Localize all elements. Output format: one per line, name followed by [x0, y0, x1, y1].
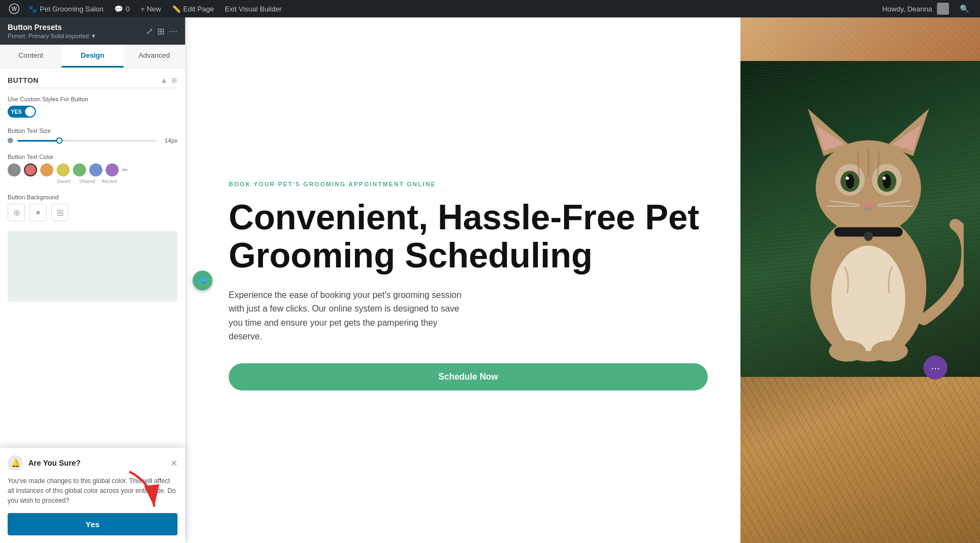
sidebar-panel: Button Presets Preset: Primary Solid imp…	[0, 17, 185, 543]
svg-point-17	[883, 176, 886, 180]
cat-image-main	[740, 61, 980, 377]
toggle-row: YES	[8, 106, 177, 118]
text-size-label: Button Text Size	[8, 127, 177, 134]
sidebar-header-icons: ⤢ ⊞ ⋯	[146, 26, 177, 36]
color-swatch-pink[interactable]	[24, 163, 37, 176]
text-size-field: Button Text Size 14px	[8, 127, 177, 144]
button-bg-field: Button Background ⊕ ● ⊞	[8, 194, 177, 221]
svg-point-25	[829, 340, 866, 362]
page-body-text: Experience the ease of booking your pet'…	[229, 288, 468, 344]
comments-link[interactable]: 💬 0	[109, 0, 135, 17]
three-dots-icon: ···	[931, 362, 940, 374]
tab-advanced[interactable]: Advanced	[124, 45, 185, 68]
bg-item-1: ⊕	[8, 204, 25, 221]
text-size-value: 14px	[161, 137, 177, 144]
pencil-icon: ✏️	[172, 5, 181, 13]
custom-styles-field: Use Custom Styles For Button YES	[8, 96, 177, 118]
builder-icon-symbol: 🐦	[197, 274, 209, 286]
svg-point-26	[871, 340, 908, 362]
edit-page-link[interactable]: ✏️ Edit Page	[167, 0, 219, 17]
button-bg-label: Button Background	[8, 194, 177, 200]
button-section-title: Button	[8, 76, 39, 84]
svg-point-15	[883, 174, 891, 188]
button-preview-box	[8, 231, 177, 302]
bg-option-1-btn[interactable]: ⊕	[8, 204, 25, 221]
color-labels-row: Saved Shared Recent	[8, 179, 177, 184]
sidebar-columns-icon[interactable]: ⊞	[157, 26, 164, 36]
svg-point-14	[846, 174, 854, 188]
color-swatch-orange[interactable]	[40, 163, 53, 176]
color-swatch-purple[interactable]	[106, 163, 119, 176]
page-eyebrow-text: BOOK YOUR PET'S GROOMING APPOINTMENT ONL…	[229, 181, 708, 187]
svg-point-18	[864, 202, 872, 208]
svg-point-16	[846, 176, 849, 180]
dropdown-arrow-icon: ▼	[90, 33, 96, 39]
bg-options-row: ⊕ ● ⊞	[8, 204, 177, 221]
bg-option-3-btn[interactable]: ⊞	[51, 204, 69, 221]
user-avatar	[937, 3, 949, 15]
color-swatch-green[interactable]	[73, 163, 86, 176]
schedule-now-button[interactable]: Schedule Now	[229, 363, 708, 391]
confirm-dialog-header: 🔔 Are You Sure? ✕	[8, 455, 177, 471]
section-settings-icon[interactable]: ⊕	[171, 76, 177, 84]
page-right-image: ···	[740, 17, 980, 543]
tab-content[interactable]: Content	[0, 45, 62, 68]
color-picker-icon[interactable]: ✏	[122, 166, 128, 174]
image-bottom-strip	[740, 377, 980, 543]
text-color-field: Button Text Color ✏ Saved Shared R	[8, 154, 177, 184]
sidebar-title: Button Presets	[8, 23, 96, 32]
three-dots-button[interactable]: ···	[923, 356, 947, 380]
recent-label: Recent	[102, 179, 118, 184]
sidebar-more-icon[interactable]: ⋯	[169, 26, 177, 36]
wp-logo-icon[interactable]: W	[5, 0, 23, 17]
search-icon: 🔍	[960, 4, 969, 13]
shared-label: Shared	[79, 179, 95, 184]
bg-option-2-btn[interactable]: ●	[29, 204, 47, 221]
search-button[interactable]: 🔍	[954, 0, 975, 17]
toggle-yes-label: YES	[8, 109, 22, 115]
howdy-user[interactable]: Howdy, Deanna	[877, 0, 954, 17]
comment-icon: 💬	[114, 5, 123, 13]
slider-fill	[17, 140, 59, 142]
slider-handle-icon	[8, 138, 13, 143]
svg-point-24	[864, 233, 872, 241]
slider-thumb	[56, 137, 63, 144]
color-swatch-gray[interactable]	[8, 163, 21, 176]
confirm-close-button[interactable]: ✕	[170, 458, 177, 468]
page-heading-text: Convenient, Hassle-Free Pet Grooming Sch…	[229, 198, 708, 275]
site-icon: 🐾	[28, 5, 37, 13]
admin-bar: W 🐾 Pet Grooming Salon 💬 0 + New ✏️ Edit…	[0, 0, 980, 17]
preview-area: 🐦 BOOK YOUR PET'S GROOMING APPOINTMENT O…	[185, 17, 980, 543]
confirm-title: Are You Sure?	[28, 459, 81, 467]
sidebar-fullscreen-icon[interactable]: ⤢	[146, 26, 153, 36]
cat-illustration	[773, 66, 964, 377]
svg-text:W: W	[11, 6, 17, 12]
collapse-icon[interactable]: ▲	[160, 76, 168, 84]
main-layout: Button Presets Preset: Primary Solid imp…	[0, 17, 980, 543]
color-swatch-blue[interactable]	[89, 163, 102, 176]
page-left-content: BOOK YOUR PET'S GROOMING APPOINTMENT ONL…	[185, 17, 740, 543]
color-swatch-yellow[interactable]	[57, 163, 70, 176]
builder-icon-button[interactable]: 🐦	[193, 271, 212, 290]
sidebar-tabs: Content Design Advanced	[0, 45, 185, 68]
confirm-dialog: 🔔 Are You Sure? ✕ You've made changes to…	[0, 447, 185, 543]
exit-builder-link[interactable]: Exit Visual Builder	[219, 0, 287, 17]
text-color-label: Button Text Color	[8, 154, 177, 160]
text-size-slider-row: 14px	[8, 137, 177, 144]
confirm-avatar-icon: 🔔	[8, 455, 23, 471]
custom-styles-toggle[interactable]: YES	[8, 106, 36, 118]
sidebar-header: Button Presets Preset: Primary Solid imp…	[0, 17, 185, 45]
text-size-slider[interactable]	[17, 140, 157, 142]
section-controls: ▲ ⊕	[160, 76, 177, 84]
sidebar-subtitle: Preset: Primary Solid imported ▼	[8, 33, 96, 39]
page-content: BOOK YOUR PET'S GROOMING APPOINTMENT ONL…	[185, 17, 980, 543]
custom-styles-label: Use Custom Styles For Button	[8, 96, 177, 102]
site-name-link[interactable]: 🐾 Pet Grooming Salon	[23, 0, 109, 17]
svg-point-4	[831, 246, 905, 351]
bg-item-3: ⊞	[51, 204, 69, 221]
new-post-link[interactable]: + New	[135, 0, 166, 17]
image-top-strip	[740, 17, 980, 61]
bg-item-2: ●	[29, 204, 47, 221]
confirm-yes-button[interactable]: Yes	[8, 513, 177, 535]
tab-design[interactable]: Design	[62, 45, 123, 68]
